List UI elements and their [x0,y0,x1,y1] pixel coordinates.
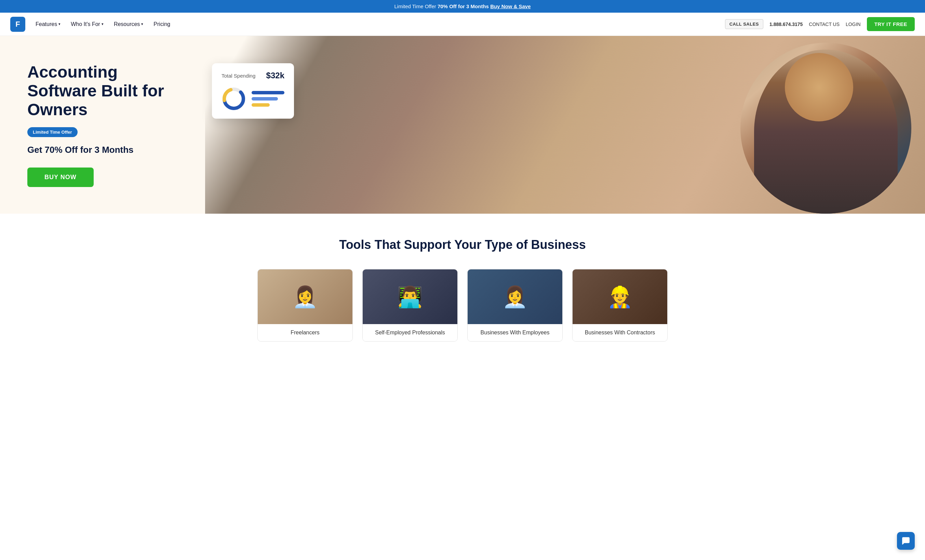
limited-offer-badge: Limited Time Offer [27,127,78,137]
hero-image-container [205,36,925,214]
nav-pricing[interactable]: Pricing [154,21,170,27]
phone-number: 1.888.674.3175 [770,21,803,27]
chart-bar-1 [252,91,285,94]
self-employed-label: Self-Employed Professionals [363,324,457,341]
freelancers-image: 👩‍💼 [258,269,353,324]
hero-left: Accounting Software Built for Owners Lim… [0,42,205,208]
who-chevron-icon: ▾ [101,22,104,26]
chart-bar-2 [252,97,278,101]
hero-title: Accounting Software Built for Owners [27,63,185,119]
tool-card-businesses-contractors[interactable]: 👷 Businesses With Contractors [572,269,667,342]
main-nav: F Features ▾ Who It's For ▾ Resources ▾ … [0,13,925,36]
self-employed-image-icon: 👨‍💻 [397,285,423,309]
tool-card-self-employed[interactable]: 👨‍💻 Self-Employed Professionals [362,269,458,342]
businesses-employees-image-icon: 👩‍💼 [502,285,528,309]
businesses-contractors-image-icon: 👷 [607,285,633,309]
nav-resources[interactable]: Resources ▾ [114,21,143,27]
nav-who-its-for[interactable]: Who It's For ▾ [71,21,104,27]
chart-bars [252,91,285,107]
buy-now-button[interactable]: BUY NOW [27,167,93,187]
businesses-employees-label: Businesses With Employees [468,324,562,341]
businesses-employees-image: 👩‍💼 [468,269,562,324]
donut-chart-icon [221,86,246,111]
hero-circle-image [740,43,911,214]
logo[interactable]: F [10,17,25,32]
try-free-button[interactable]: TRY IT FREE [867,17,915,31]
tool-card-businesses-employees[interactable]: 👩‍💼 Businesses With Employees [467,269,563,342]
businesses-contractors-label: Businesses With Contractors [572,324,667,341]
login-link[interactable]: LOGIN [846,21,861,27]
banner-link[interactable]: Buy Now & Save [490,3,530,9]
features-chevron-icon: ▾ [59,22,60,26]
tool-card-freelancers[interactable]: 👩‍💼 Freelancers [258,269,353,342]
self-employed-image: 👨‍💻 [363,269,457,324]
chart-bar-3 [252,103,270,107]
tools-section: Tools That Support Your Type of Business… [0,214,925,366]
hero-section: Accounting Software Built for Owners Lim… [0,36,925,214]
spending-card-body [221,86,285,111]
contact-us-link[interactable]: CONTACT US [809,21,839,27]
person-head-shape [785,53,853,121]
tools-section-title: Tools That Support Your Type of Business [27,238,898,252]
banner-bold: 70% Off for 3 Months [438,3,489,9]
nav-features[interactable]: Features ▾ [36,21,60,27]
nav-right: CALL SALES 1.888.674.3175 CONTACT US LOG… [725,17,915,31]
spending-amount: $32k [266,71,285,80]
promo-banner: Limited Time Offer 70% Off for 3 Months … [0,0,925,13]
freelancers-image-icon: 👩‍💼 [292,285,318,309]
call-sales-button[interactable]: CALL SALES [725,19,763,29]
spending-card: Total Spending $32k [212,63,294,119]
tools-grid: 👩‍💼 Freelancers 👨‍💻 Self-Employed Profes… [258,269,667,342]
businesses-contractors-image: 👷 [572,269,667,324]
hero-offer-text: Get 70% Off for 3 Months [27,145,185,155]
hero-right: Total Spending $32k [205,36,925,214]
resources-chevron-icon: ▾ [141,22,143,26]
freelancers-label: Freelancers [258,324,353,341]
spending-card-header: Total Spending $32k [221,71,285,80]
nav-links: Features ▾ Who It's For ▾ Resources ▾ Pr… [36,21,725,27]
spending-label: Total Spending [221,73,255,78]
banner-prefix: Limited Time Offer [395,3,436,9]
